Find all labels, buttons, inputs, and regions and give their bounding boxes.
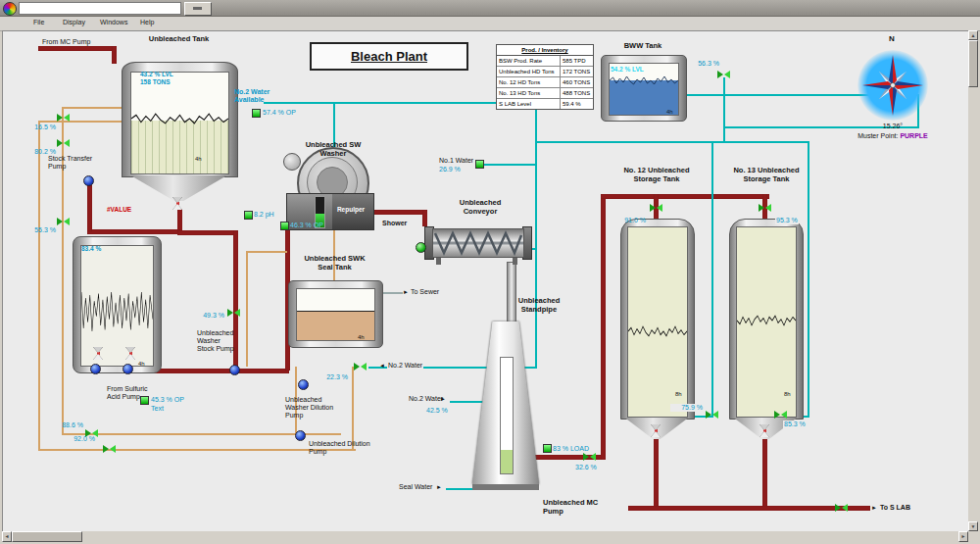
- valve-value: 49.3 %: [195, 312, 224, 320]
- seal-tank[interactable]: [288, 280, 383, 348]
- valve-value: 95.3 %: [775, 217, 799, 224]
- aux-pipe: [38, 121, 40, 451]
- washer-stock-pump-label: Stock Pump: [197, 345, 234, 353]
- sulfuric-pump-label: From Sulfuric: [107, 385, 148, 393]
- title-bar[interactable]: [0, 0, 980, 17]
- menu-file[interactable]: File: [33, 19, 44, 25]
- no1-water-label: No.1 Water: [439, 157, 473, 165]
- scroll-down-button[interactable]: ▼: [968, 521, 978, 531]
- bww-tank-title: BWW Tank: [601, 42, 685, 50]
- tank-outlet-valve-icon[interactable]: [651, 424, 662, 437]
- stock-pipe: [38, 46, 117, 51]
- scroll-left-button[interactable]: ◄: [2, 531, 12, 542]
- stock-pipe: [654, 439, 659, 511]
- water-pipe: [535, 141, 809, 143]
- mc-pump-label: Unbleached MC: [543, 499, 598, 507]
- unbleached-tank[interactable]: [122, 62, 238, 177]
- titlebar-button[interactable]: [184, 2, 212, 16]
- washer-stock-pump-icon[interactable]: [229, 365, 240, 375]
- valve-icon[interactable]: [227, 309, 240, 318]
- trend-range-label: 8h: [675, 390, 682, 398]
- storage-tank-13[interactable]: [729, 219, 804, 420]
- tank-outlet-valve-icon[interactable]: [172, 197, 183, 210]
- scroll-right-button[interactable]: ►: [958, 531, 968, 542]
- row-value: 59.4 %: [561, 99, 593, 109]
- shower-indicator-icon[interactable]: [416, 242, 426, 253]
- stock-pipe: [370, 210, 427, 215]
- valve-value: 16.5 %: [26, 124, 56, 131]
- menu-display[interactable]: Display: [63, 19, 85, 25]
- valve-icon[interactable]: [774, 411, 787, 420]
- washer-stock-tank[interactable]: [73, 236, 162, 373]
- scroll-up-button[interactable]: ▲: [968, 30, 978, 40]
- stock-transfer-pump-label: Pump: [48, 163, 66, 171]
- washer-title: Washer: [289, 150, 377, 158]
- storage12-title: No. 12 Unbleached: [607, 167, 707, 174]
- op-indicator-icon[interactable]: [280, 222, 289, 230]
- storage-tank-12[interactable]: [620, 219, 695, 420]
- aux-pipe: [246, 251, 248, 367]
- tank-outlet-valve-icon[interactable]: [760, 424, 770, 437]
- unbleached-tank-title: Unbleached Tank: [122, 35, 236, 43]
- water-pipe: [484, 164, 537, 166]
- no2-water-available-label: Available: [234, 96, 264, 104]
- vertical-scrollbar[interactable]: ▲ ▼: [968, 30, 978, 531]
- washer-dilution-pump-label: Unbleached: [285, 396, 321, 404]
- valve-icon[interactable]: [717, 71, 730, 79]
- bww-level[interactable]: 54.2 % LVL: [611, 66, 644, 74]
- valve-icon[interactable]: [650, 204, 662, 213]
- arrow-right-icon: ►: [440, 396, 446, 403]
- standpipe-base: [472, 484, 539, 490]
- standpipe-title: Standpipe: [505, 306, 573, 314]
- valve-icon[interactable]: [835, 504, 848, 513]
- ph-indicator-icon[interactable]: [244, 211, 253, 220]
- tank-valve-icon[interactable]: [125, 347, 136, 360]
- stock-pipe: [233, 369, 289, 373]
- menu-windows[interactable]: Windows: [100, 19, 127, 25]
- standpipe[interactable]: [472, 321, 539, 484]
- tank-valve-icon[interactable]: [93, 347, 104, 360]
- horizontal-scroll-thumb[interactable]: [12, 531, 82, 542]
- dilution-pump-icon[interactable]: [295, 430, 306, 441]
- menu-bar: File Display Windows Help: [0, 17, 980, 31]
- valve-icon[interactable]: [759, 204, 771, 213]
- unbleached-tank-tons[interactable]: 158 TONS: [140, 78, 171, 86]
- load-indicator-icon[interactable]: [543, 444, 552, 453]
- valve-icon[interactable]: [706, 411, 718, 420]
- stock-pipe: [601, 194, 606, 460]
- washer-dilution-pump-icon[interactable]: [298, 379, 309, 390]
- valve-icon[interactable]: [583, 453, 596, 462]
- table-row: BSW Prod. Rate 585 TPD: [497, 56, 593, 67]
- from-mc-pump-label: From MC Pump: [42, 38, 90, 46]
- valve-icon[interactable]: [57, 218, 70, 226]
- op-value: 46.3 % OP: [290, 222, 323, 229]
- pump-icon[interactable]: [122, 364, 133, 374]
- trend-range-label: 4h: [138, 360, 145, 368]
- pump-icon[interactable]: [90, 364, 101, 374]
- row-label: Unbleached HD Tons: [497, 67, 561, 76]
- no2-water-label: No.2 Water: [409, 395, 443, 403]
- vertical-scroll-thumb[interactable]: [968, 40, 978, 87]
- page-title-box: Bleach Plant: [310, 42, 468, 71]
- unbleached-tank-level[interactable]: 43.2 % LVL: [140, 71, 173, 78]
- valve-icon[interactable]: [57, 114, 70, 123]
- stock-tank-level[interactable]: 83.4 %: [81, 245, 101, 253]
- scrollbar-corner: [968, 531, 978, 542]
- valve-icon[interactable]: [103, 445, 116, 454]
- washer-title: Unbleached SW: [289, 141, 377, 149]
- stock-transfer-pump-icon[interactable]: [83, 175, 94, 186]
- valve-icon[interactable]: [354, 363, 367, 371]
- water-indicator-icon[interactable]: [475, 160, 484, 169]
- menu-help[interactable]: Help: [140, 19, 154, 25]
- op-indicator-icon[interactable]: [140, 396, 149, 405]
- valve-icon[interactable]: [57, 139, 70, 148]
- horizontal-scrollbar[interactable]: ◄ ►: [2, 531, 968, 542]
- valve-value: 91.0 %: [614, 217, 646, 224]
- load-value: 83 % LOAD: [553, 445, 589, 453]
- conveyor[interactable]: [420, 224, 532, 266]
- inventory-table: Prod. / Inventory BSW Prod. Rate 585 TPD…: [496, 44, 594, 110]
- aux-pipe: [62, 107, 123, 109]
- sewer-pipe: [381, 292, 403, 294]
- op-indicator-icon[interactable]: [252, 109, 261, 118]
- storage13-title: No. 13 Unbleached: [716, 167, 816, 174]
